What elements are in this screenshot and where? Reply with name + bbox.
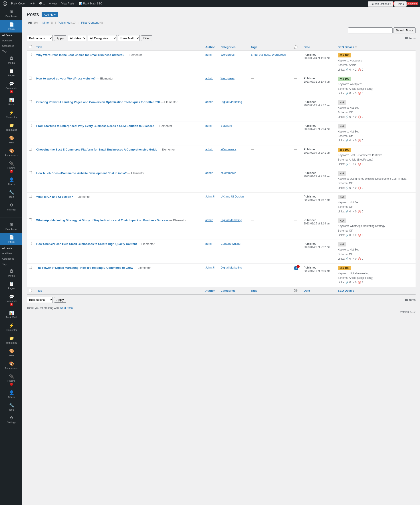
author-link[interactable]: John Ji: [205, 195, 215, 198]
row-checkbox[interactable]: [29, 77, 32, 80]
author-link[interactable]: admin: [205, 171, 213, 175]
tab-pillar[interactable]: Pillar Content (0): [80, 20, 104, 25]
sidebar-item-neve[interactable]: 🎨 Neve: [0, 133, 22, 146]
category-link[interactable]: Wordpress: [221, 53, 235, 56]
category-link[interactable]: Digital Marketing: [221, 100, 242, 104]
sidebar-item-templates[interactable]: 📁 Templates: [0, 121, 22, 133]
author-link[interactable]: admin: [205, 242, 213, 245]
post-title-link[interactable]: How Much Does eCommerce Website Developm…: [36, 171, 127, 175]
post-title-link[interactable]: How to speed up your WordPress website?: [36, 77, 96, 80]
row-checkbox[interactable]: [29, 171, 32, 174]
author-link[interactable]: admin: [205, 148, 213, 151]
apply-button-bottom[interactable]: Apply: [54, 297, 66, 303]
post-title-link[interactable]: The Power of Digital Marketing: How It's…: [36, 266, 133, 269]
post-title-link[interactable]: What is UX and UI design?: [36, 195, 73, 198]
bulk-actions-select[interactable]: Bulk actions Edit Move to Trash: [27, 35, 53, 41]
search-input[interactable]: [348, 27, 393, 33]
sidebar-item-settings[interactable]: ⚙ Settings: [0, 200, 22, 213]
category-link[interactable]: Digital Marketing: [221, 218, 242, 222]
sidebar-item-elementor2[interactable]: ⚡ Elementor: [0, 321, 22, 334]
updates-link[interactable]: ⟳ 6: [29, 2, 36, 5]
sidebar-item-pages[interactable]: 📋 Pages: [0, 66, 22, 79]
new-link[interactable]: + New: [48, 2, 58, 5]
bulk-actions-select-bottom[interactable]: Bulk actions Edit Move to Trash: [27, 297, 53, 303]
row-checkbox[interactable]: [29, 124, 32, 127]
seo-edit-icon[interactable]: ✏: [355, 46, 357, 49]
view-posts-link[interactable]: View Posts: [60, 2, 76, 5]
select-all-checkbox[interactable]: [29, 45, 32, 48]
sidebar-sub-categories2[interactable]: Categories: [0, 256, 22, 261]
author-link[interactable]: admin: [205, 124, 213, 127]
author-link[interactable]: admin: [205, 77, 213, 80]
sidebar-sub-add-new[interactable]: Add New: [0, 38, 22, 43]
sidebar-item-rank-math2[interactable]: 📊 Rank Math: [0, 308, 22, 321]
sidebar-sub-all-posts2[interactable]: All Posts: [0, 245, 22, 251]
sidebar-item-neve2[interactable]: 🎨 Neve: [0, 346, 22, 359]
sidebar-item-media2[interactable]: 🖼 Media: [0, 267, 22, 279]
screen-options-button[interactable]: Screen Options ▾: [368, 1, 393, 7]
date-header[interactable]: Date: [302, 44, 335, 51]
sidebar-item-comments2[interactable]: 💬 Comments 1: [0, 292, 22, 308]
sidebar-sub-tags[interactable]: Tags: [0, 49, 22, 54]
tab-all[interactable]: All (10): [27, 20, 39, 25]
row-checkbox[interactable]: [29, 148, 32, 151]
category-link[interactable]: Wordpress: [221, 77, 235, 80]
category-link[interactable]: Software: [221, 124, 232, 127]
sidebar-item-tools[interactable]: 🔧 Tools: [0, 188, 22, 200]
dates-filter-select[interactable]: All dates: [68, 35, 86, 41]
sidebar-sub-categories[interactable]: Categories: [0, 43, 22, 49]
author-header[interactable]: Author: [203, 44, 218, 51]
add-new-button[interactable]: Add New: [42, 12, 58, 17]
sidebar-item-plugins2[interactable]: 🔌 Plugins 5: [0, 372, 22, 388]
category-link[interactable]: eCommerce: [221, 148, 236, 151]
categories-header[interactable]: Categories: [218, 44, 249, 51]
sidebar-sub-all-posts[interactable]: All Posts: [0, 32, 22, 38]
category-link[interactable]: UX and UI Design: [221, 195, 244, 198]
row-checkbox[interactable]: [29, 266, 32, 269]
sidebar-item-users2[interactable]: 👤 Users: [0, 388, 22, 401]
select-all-footer-checkbox[interactable]: [29, 289, 32, 292]
sidebar-item-rank-math[interactable]: 📊 Posts: [0, 95, 22, 108]
sidebar-item-appearance[interactable]: 🎨 Appearance: [0, 146, 22, 159]
sidebar-item-posts2[interactable]: 📄 Posts: [0, 233, 22, 245]
row-checkbox[interactable]: [29, 53, 32, 56]
sidebar-sub-add-new2[interactable]: Add New: [0, 251, 22, 256]
row-checkbox[interactable]: [29, 100, 32, 103]
tags-link[interactable]: Small business, Wordpress: [251, 53, 286, 56]
tags-header[interactable]: Tags: [248, 44, 292, 51]
search-posts-button[interactable]: Search Posts: [394, 27, 415, 33]
post-title-link[interactable]: Creating Powerful Landing Pages and Conv…: [36, 101, 160, 104]
post-title-link[interactable]: From Startups to Enterprises: Why Every …: [36, 124, 154, 128]
category-link[interactable]: Content Writing: [221, 242, 241, 245]
apply-button-top[interactable]: Apply: [54, 35, 66, 41]
sidebar-item-elementor[interactable]: ⚡ Elementor: [0, 108, 22, 121]
row-checkbox[interactable]: [29, 242, 32, 245]
sidebar-item-dashboard[interactable]: ⊞ Dashboard: [0, 7, 22, 20]
author-link[interactable]: admin: [205, 53, 213, 56]
sidebar-item-appearance2[interactable]: 🎨 Appearance: [0, 359, 22, 372]
row-checkbox[interactable]: [29, 195, 32, 198]
categories-filter-select[interactable]: All Categories Digital Marketing eCommer…: [88, 35, 117, 41]
sidebar-sub-tags2[interactable]: Tags: [0, 261, 22, 267]
sidebar-item-tools2[interactable]: 🔧 Tools: [0, 401, 22, 413]
filter-button[interactable]: Filter: [141, 35, 152, 41]
tab-published[interactable]: Published (10): [56, 20, 78, 25]
post-title-link[interactable]: Choosing the Best E-Commerce Platform fo…: [36, 148, 157, 151]
row-checkbox[interactable]: [29, 218, 32, 221]
sidebar-item-users[interactable]: 👤 Users: [0, 175, 22, 188]
sidebar-item-templates2[interactable]: 📁 Templates: [0, 334, 22, 346]
rank-math-filter-select[interactable]: Rank Math: [118, 35, 140, 41]
rank-math-link[interactable]: 📊 Rank Math SEO: [78, 2, 104, 5]
author-link[interactable]: admin: [205, 100, 213, 104]
sidebar-item-media[interactable]: 🖼 Media: [0, 54, 22, 66]
title-header[interactable]: Title: [34, 44, 203, 51]
post-title-link[interactable]: Why WordPress is the Best Choice for Sma…: [36, 53, 124, 57]
author-link[interactable]: admin: [205, 218, 213, 222]
site-name-link[interactable]: Pixify Coder: [10, 2, 27, 5]
sidebar-item-pages2[interactable]: 📋 Pages: [0, 279, 22, 292]
post-title-link[interactable]: WhatsApp Marketing Strategy: A Study of …: [36, 219, 169, 222]
author-link[interactable]: John Ji: [205, 266, 215, 269]
post-title-link[interactable]: How ChatGPT can Help Small Businesses to…: [36, 242, 137, 246]
category-link[interactable]: eCommerce: [221, 171, 236, 175]
sidebar-item-posts[interactable]: 📄 Posts: [0, 20, 22, 32]
